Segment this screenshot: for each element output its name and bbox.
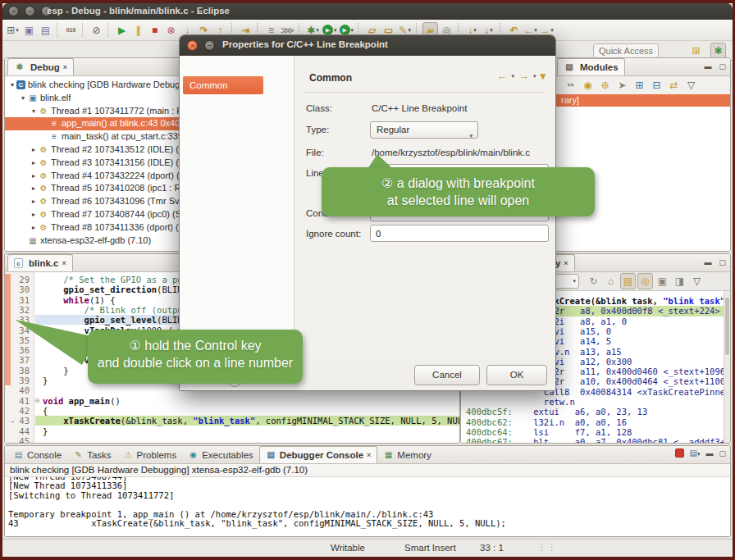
scrollbar-thumb[interactable] — [725, 298, 729, 355]
fold-collapse-icon[interactable]: ⊖ — [34, 397, 40, 404]
line-number[interactable]: 32 — [5, 305, 30, 315]
line-number[interactable]: 45 — [5, 436, 30, 444]
close-window-button[interactable]: × — [8, 6, 19, 16]
back-button[interactable]: ← — [496, 70, 507, 82]
debug-tree-item[interactable]: ▸⚙Thread #8 1073411336 (dport) (Sus — [5, 221, 190, 234]
maximize-button[interactable]: ▢ — [719, 449, 726, 458]
save-all-button[interactable]: ▤ — [38, 22, 53, 39]
debug-tree-item[interactable]: ▦xtensa-esp32-elf-gdb (7.10) — [5, 234, 190, 248]
minimize-button[interactable]: ▬ — [704, 62, 711, 71]
open-new-view-button[interactable]: ▣ — [655, 273, 670, 289]
tree-expand-icon[interactable]: ▸ — [30, 195, 38, 208]
debug-perspective-button[interactable]: ✱ — [710, 43, 726, 59]
save-button[interactable]: ▣ — [21, 22, 37, 39]
line-number[interactable]: 41 — [5, 396, 30, 406]
line-number[interactable]: 44 — [5, 426, 30, 436]
display-console-button[interactable]: ▤▾ — [690, 448, 701, 458]
line-number[interactable]: 39 — [5, 376, 30, 385]
nav-item-common[interactable]: Common — [183, 76, 263, 94]
view-menu-button[interactable]: ▾ — [540, 70, 546, 82]
debug-tree[interactable]: ▾Cblink checking [GDB Hardware Debug▾▣bl… — [5, 76, 190, 251]
line-number[interactable]: 30 — [5, 285, 30, 294]
dialog-minimize-button[interactable]: − — [204, 40, 215, 51]
tree-collapse-icon[interactable]: ▾ — [8, 79, 16, 92]
line-number[interactable]: 31 — [5, 295, 30, 305]
tree-expand-icon[interactable]: ▸ — [30, 208, 38, 221]
tab-console[interactable]: ▤Console — [7, 446, 67, 463]
tab-tasks[interactable]: ✎Tasks — [67, 446, 116, 463]
line-number[interactable]: 36 — [5, 345, 30, 355]
tab-memory[interactable]: ▦Memory — [377, 446, 437, 463]
remove-all-modules-button[interactable]: ×× — [563, 77, 578, 93]
tab-problems[interactable]: ⚠Problems — [117, 446, 183, 463]
close-tab-icon[interactable]: × — [62, 259, 66, 267]
tree-expand-icon[interactable]: ▸ — [30, 143, 38, 157]
dialog-close-button[interactable]: × — [187, 40, 198, 51]
cancel-button[interactable]: Cancel — [414, 365, 480, 385]
line-number[interactable]: 29 — [5, 275, 30, 285]
line-number[interactable]: 40 — [5, 385, 30, 395]
debug-tree-item[interactable]: ▾Cblink checking [GDB Hardware Debug — [5, 79, 190, 92]
pin-view-button[interactable]: ◨ — [672, 273, 687, 289]
ok-button[interactable]: OK — [486, 365, 547, 385]
sync-with-active-context-button[interactable]: ◎ — [637, 273, 653, 289]
tab-executables[interactable]: ◉Executables — [182, 446, 259, 463]
debug-tree-item[interactable]: ▾⚙Thread #1 1073411772 (main : Runn — [5, 105, 190, 118]
resume-button[interactable]: ▶ — [114, 22, 130, 39]
line-number[interactable]: 37 — [5, 355, 30, 365]
open-perspective-button[interactable]: ⊞ — [688, 43, 704, 59]
show-source-button[interactable]: ▤ — [620, 273, 636, 289]
debug-tree-item[interactable]: ▾▣blink.elf — [5, 92, 190, 105]
tab-debug[interactable]: ✱ Debug × — [7, 58, 74, 75]
remove-console-button[interactable] — [675, 448, 684, 458]
link-with-debug-button[interactable]: ⇄ — [666, 77, 682, 93]
new-wizard-button[interactable]: ⊞▾ — [5, 22, 21, 39]
debug-tree-item[interactable]: ▸⚙Thread #7 1073408744 (ipc0) (Susp — [5, 208, 190, 221]
dialog-titlebar[interactable]: × − Properties for C/C++ Line Breakpoint — [180, 35, 555, 56]
skip-all-breakpoints-button[interactable]: ⊘ — [89, 22, 104, 39]
tree-collapse-icon[interactable]: ▾ — [19, 92, 27, 105]
line-number[interactable]: 42 — [5, 406, 30, 416]
close-tab-icon[interactable]: × — [367, 451, 371, 459]
console-output[interactable]: [New Thread 1073408744][New Thread 10734… — [5, 476, 730, 536]
refresh-view-button[interactable]: ↻ — [586, 273, 601, 289]
load-symbols-button[interactable]: ◉ — [580, 77, 596, 93]
minimize-window-button[interactable]: − — [25, 6, 35, 16]
load-symbols-all-button[interactable]: ⊕ — [597, 77, 613, 93]
tree-expand-icon[interactable]: ▸ — [30, 170, 38, 183]
tree-expand-icon[interactable]: ▸ — [30, 182, 38, 195]
debug-tree-item[interactable]: ▸⚙Thread #4 1073432224 (dport) (Sus — [5, 170, 190, 183]
tab-modules[interactable]: ▤ Modules — [557, 58, 625, 75]
tab-blink-c[interactable]: c blink.c × — [7, 254, 73, 271]
debug-tree-item[interactable]: ≡main_task() at cpu_start.c:339 0x4 — [5, 130, 190, 143]
disconnect-button[interactable]: ⊗ — [163, 22, 179, 39]
debug-tree-item[interactable]: ▸⚙Thread #6 1073431096 (Tmr Svc) (S — [5, 195, 190, 208]
expand-all-button[interactable]: ⊞ — [632, 77, 647, 93]
debug-tree-item[interactable]: ▸⚙Thread #2 1073413512 (IDLE) (Susp — [5, 143, 190, 157]
select-pointer-button[interactable]: ➤ — [614, 77, 630, 93]
maximize-button[interactable]: ▢ — [719, 258, 726, 266]
tab-debugger-console[interactable]: ▤Debugger Console× — [259, 446, 378, 463]
view-menu-button[interactable]: ▽ — [689, 273, 705, 289]
debug-tree-item[interactable]: ≡app_main() at blink.c:43 0x400dbc — [5, 117, 190, 130]
home-button[interactable]: ⌂ — [603, 273, 619, 289]
type-select[interactable]: Regular ▾ — [370, 121, 478, 139]
window-titlebar[interactable]: ×−+ esp - Debug - blink/main/blink.c - E… — [2, 3, 733, 20]
minimize-button[interactable]: ▬ — [705, 449, 713, 458]
terminate-button[interactable]: ■ — [147, 22, 162, 39]
collapse-all-button[interactable]: ⊟ — [649, 77, 664, 93]
minimize-button[interactable]: ▬ — [704, 258, 711, 266]
close-tab-icon[interactable]: × — [564, 259, 568, 267]
ignore-count-input[interactable] — [370, 225, 549, 242]
line-number[interactable]: 35 — [5, 335, 30, 345]
tree-collapse-icon[interactable]: ▾ — [30, 105, 38, 118]
forward-button[interactable]: → — [518, 70, 529, 82]
close-tab-icon[interactable]: × — [63, 63, 67, 71]
scrollbar[interactable] — [724, 291, 730, 443]
tree-expand-icon[interactable]: ▸ — [30, 157, 38, 170]
maximize-button[interactable]: ▢ — [719, 62, 726, 71]
view-menu-button[interactable]: ▽ — [683, 77, 699, 93]
debug-tree-item[interactable]: ▸⚙Thread #5 1073410208 (ipc1 : Runni — [5, 182, 190, 195]
quick-access-input[interactable]: Quick Access — [593, 43, 659, 58]
tree-expand-icon[interactable]: ▸ — [30, 221, 38, 234]
